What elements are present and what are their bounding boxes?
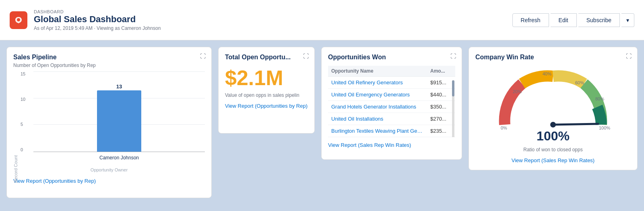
sales-pipeline-card: Sales Pipeline Number of Open Opportunit… <box>6 47 212 198</box>
x-axis-title: Opportunity Owner <box>91 167 128 172</box>
scroll-thumb <box>452 80 454 96</box>
app-icon <box>10 11 27 29</box>
svg-text:40%: 40% <box>543 71 551 76</box>
bar-value-label: 13 <box>116 84 122 90</box>
edit-button[interactable]: Edit <box>551 13 577 27</box>
subscribe-button[interactable]: Subscribe <box>578 13 620 27</box>
total-opps-view-report-link[interactable]: View Report (Opportunities by Rep) <box>225 103 308 109</box>
win-rate-desc: Ratio of won to closed opps <box>475 147 631 153</box>
win-rate-card: Company Win Rate ⛶ 0% 20% 40% <box>469 47 638 170</box>
header: DASHBOARD Global Sales Dashboard As of A… <box>0 0 644 40</box>
svg-line-8 <box>553 124 598 125</box>
dashboard-label: DASHBOARD <box>34 9 161 14</box>
win-rate-expand-icon[interactable]: ⛶ <box>626 53 632 59</box>
svg-text:60%: 60% <box>575 80 584 85</box>
win-rate-view-report-link[interactable]: View Report (Sales Rep Win Rates) <box>475 157 631 163</box>
dashboard: Sales Pipeline Number of Open Opportunit… <box>0 40 644 205</box>
gauge-svg: 0% 20% 40% 60% 80% 100% <box>493 64 613 133</box>
pipeline-view-report-link[interactable]: View Report (Opportunities by Rep) <box>13 178 205 184</box>
y-label-0: 0 <box>21 147 30 152</box>
dashboard-subtitle: As of Apr 12, 2019 5:49 AM · Viewing as … <box>34 25 161 31</box>
opps-row-amount: $235... <box>427 125 455 137</box>
y-label-10: 10 <box>21 97 30 102</box>
y-label-5: 5 <box>21 122 30 127</box>
svg-point-1 <box>17 18 20 21</box>
table-row: Grand Hotels Generator Installations$350… <box>328 101 455 113</box>
refresh-button[interactable]: Refresh <box>512 13 549 27</box>
opps-won-expand-icon[interactable]: ⛶ <box>450 53 456 59</box>
opps-row-name[interactable]: Grand Hotels Generator Installations <box>328 101 427 113</box>
total-opps-card: Total Open Opportu... ⛶ $2.1M Value of o… <box>218 47 315 134</box>
win-rate-title: Company Win Rate <box>475 54 631 61</box>
total-opps-amount: $2.1M <box>225 67 308 88</box>
pipeline-expand-icon[interactable]: ⛶ <box>200 53 206 59</box>
opps-row-amount: $270... <box>427 113 455 125</box>
svg-text:80%: 80% <box>595 96 604 101</box>
dropdown-button[interactable]: ▾ <box>621 13 634 27</box>
total-opps-expand-icon[interactable]: ⛶ <box>303 53 309 59</box>
pipeline-bar <box>97 90 141 152</box>
scroll-indicator[interactable] <box>452 80 454 137</box>
table-row: Burlington Textiles Weaving Plant Gen...… <box>328 125 455 137</box>
svg-text:100%: 100% <box>599 125 610 130</box>
col-header-name: Opportunity Name <box>328 66 427 77</box>
opps-row-name[interactable]: United Oil Installations <box>328 113 427 125</box>
opps-row-amount: $440... <box>427 89 455 101</box>
opps-won-card: Opportunities Won ⛶ Opportunity Name Amo… <box>321 47 462 160</box>
opps-row-amount: $915... <box>427 77 455 89</box>
header-actions: Refresh Edit Subscribe ▾ <box>512 13 634 27</box>
opps-table: Opportunity Name Amo... United Oil Refin… <box>328 66 455 137</box>
table-row: United Oil Refinery Generators$915... <box>328 77 455 89</box>
opps-row-name[interactable]: United Oil Emergency Generators <box>328 89 427 101</box>
bar-x-label: Cameron Johnson <box>99 155 139 161</box>
opps-row-amount: $350... <box>427 101 455 113</box>
total-opps-title: Total Open Opportu... <box>225 54 308 61</box>
gauge-container: 0% 20% 40% 60% 80% 100% 100% <box>475 64 631 144</box>
svg-text:0%: 0% <box>501 125 507 130</box>
pipeline-card-title: Sales Pipeline <box>13 54 205 61</box>
svg-text:20%: 20% <box>513 89 522 94</box>
opps-row-name[interactable]: United Oil Refinery Generators <box>328 77 427 89</box>
win-rate-value: 100% <box>537 129 570 144</box>
total-opps-desc: Value of open opps in sales pipelin <box>225 92 308 98</box>
opps-table-container: Opportunity Name Amo... United Oil Refin… <box>328 63 455 137</box>
header-left: DASHBOARD Global Sales Dashboard As of A… <box>10 9 161 31</box>
opps-won-view-report-link[interactable]: View Report (Sales Rep Win Rates) <box>328 142 455 148</box>
pipeline-card-subtitle: Number of Open Opportunities by Rep <box>13 63 205 68</box>
svg-point-9 <box>550 122 556 127</box>
table-row: United Oil Emergency Generators$440... <box>328 89 455 101</box>
table-row: United Oil Installations$270... <box>328 113 455 125</box>
header-text: DASHBOARD Global Sales Dashboard As of A… <box>34 9 161 31</box>
y-label-15: 15 <box>21 71 30 76</box>
y-axis-title: Record Count <box>13 155 18 183</box>
opps-won-title: Opportunities Won <box>328 54 455 61</box>
opps-row-name[interactable]: Burlington Textiles Weaving Plant Gen... <box>328 125 427 137</box>
dashboard-title: Global Sales Dashboard <box>34 14 161 25</box>
col-header-amount: Amo... <box>427 66 455 77</box>
